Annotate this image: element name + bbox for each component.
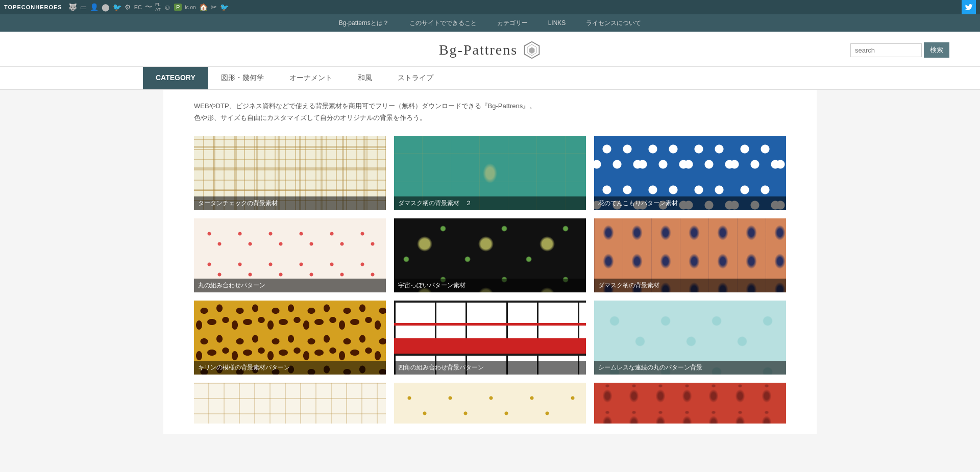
gallery-label-8: シームレスな連続の丸のパターン背景 xyxy=(594,361,786,375)
description-line1: WEBやDTP、ビジネス資料などで使える背景素材を商用可でフリー（無料）ダウンロ… xyxy=(194,100,786,112)
gallery-item-8[interactable]: シームレスな連続の丸のパターン背景 xyxy=(594,301,786,375)
gallery-label-0: タータンチェックの背景素材 xyxy=(194,196,386,210)
main-content: WEBやDTP、ビジネス資料などで使える背景素材を商用可でフリー（無料）ダウンロ… xyxy=(163,90,817,434)
nav-item-license[interactable]: ライセンスについて xyxy=(586,19,641,28)
top-toolbar: TOPECONHEROES 🐺 ▭ 👤 ⬤ 🐦 ⚙ EC 〜 FLAT ☺ P … xyxy=(0,0,980,14)
gallery-item-11[interactable] xyxy=(594,383,786,424)
gallery-label-3: 丸の組み合わせパターン xyxy=(194,279,386,292)
search-area: 検索 xyxy=(850,42,949,58)
nav-bar: Bg-patternsとは？ このサイトでできること カテゴリー LINKS ラ… xyxy=(0,14,980,32)
nav-item-about[interactable]: Bg-patternsとは？ xyxy=(339,19,389,28)
toolbar-icon-bird[interactable]: 🐦 xyxy=(113,3,121,11)
nav-item-category[interactable]: カテゴリー xyxy=(497,19,528,28)
toolbar-icon-gear[interactable]: ⚙ xyxy=(125,3,131,11)
gallery-item-3[interactable]: 丸の組み合わせパターン xyxy=(194,218,386,292)
gallery-label-4: 宇宙っぽいパターン素材 xyxy=(394,279,586,292)
toolbar-icon-smiley[interactable]: ☺ xyxy=(164,3,171,11)
toolbar-icon-person[interactable]: 👤 xyxy=(90,3,99,11)
toolbar-icon-fl[interactable]: FLAT xyxy=(155,2,161,12)
toolbar-icon-house[interactable]: 🏠 xyxy=(199,3,208,11)
gallery-label-5: ダマスク柄の背景素材 xyxy=(594,279,786,292)
toolbar-icon-icon[interactable]: ic on xyxy=(185,5,195,10)
gallery-image-9 xyxy=(194,383,386,424)
tab-stripe[interactable]: ストライプ xyxy=(385,67,446,89)
twitter-button[interactable] xyxy=(962,0,976,14)
toolbar-icon-p[interactable]: P xyxy=(174,4,182,11)
gallery-item-6[interactable]: キリンの模様の背景素材パターン xyxy=(194,301,386,375)
toolbar-icon-wave[interactable]: 〜 xyxy=(145,3,152,12)
nav-item-links[interactable]: LINKS xyxy=(548,19,566,27)
header: Bg-Pattrens 検索 xyxy=(0,32,980,67)
toolbar-icon-rect[interactable]: ▭ xyxy=(80,3,87,11)
site-description: WEBやDTP、ビジネス資料などで使える背景素材を商用可でフリー（無料）ダウンロ… xyxy=(194,100,786,124)
toolbar-icon-circle[interactable]: ⬤ xyxy=(102,3,110,11)
gallery-item-2[interactable]: 花のてんこもりパターン素材 xyxy=(594,136,786,210)
gallery-item-9[interactable] xyxy=(194,383,386,424)
svg-marker-2 xyxy=(529,47,535,54)
site-title: Bg-Pattrens xyxy=(439,42,518,58)
search-input[interactable] xyxy=(850,43,922,57)
category-tabs: CATEGORY 図形・幾何学 オーナメント 和風 ストライプ xyxy=(0,67,980,90)
description-line2: 色や形、サイズも自由にカスタマイズして自分のオリジナルの背景を作ろう。 xyxy=(194,112,786,123)
gallery-grid: タータンチェックの背景素材 ダマスク柄の背景素材 ２ 花のてんこもりパターン素材… xyxy=(194,136,786,424)
gallery-item-7[interactable]: 四角の組み合わせ背景パターン xyxy=(394,301,586,375)
gallery-label-2: 花のてんこもりパターン素材 xyxy=(594,196,786,210)
search-button[interactable]: 検索 xyxy=(924,42,949,58)
gallery-label-6: キリンの模様の背景素材パターン xyxy=(194,361,386,375)
gallery-item-1[interactable]: ダマスク柄の背景素材 ２ xyxy=(394,136,586,210)
gallery-item-10[interactable] xyxy=(394,383,586,424)
tab-japanese[interactable]: 和風 xyxy=(345,67,385,89)
toolbar-icon-wolf[interactable]: 🐺 xyxy=(68,3,77,11)
gallery-label-7: 四角の組み合わせ背景パターン xyxy=(394,361,586,375)
logo-icon xyxy=(523,41,541,59)
tab-category[interactable]: CATEGORY xyxy=(143,67,208,89)
gallery-image-11 xyxy=(594,383,786,424)
gallery-label-1: ダマスク柄の背景素材 ２ xyxy=(394,196,586,210)
toolbar-brand: TOPECONHEROES xyxy=(4,4,62,10)
nav-item-features[interactable]: このサイトでできること xyxy=(409,19,477,28)
tab-geometry[interactable]: 図形・幾何学 xyxy=(208,67,277,89)
gallery-image-10 xyxy=(394,383,586,424)
toolbar-icon-scissors[interactable]: ✂ xyxy=(211,3,217,11)
toolbar-icon-ec[interactable]: EC xyxy=(134,4,142,10)
gallery-item-0[interactable]: タータンチェックの背景素材 xyxy=(194,136,386,210)
tab-ornament[interactable]: オーナメント xyxy=(277,67,345,89)
gallery-item-5[interactable]: ダマスク柄の背景素材 xyxy=(594,218,786,292)
toolbar-left: TOPECONHEROES 🐺 ▭ 👤 ⬤ 🐦 ⚙ EC 〜 FLAT ☺ P … xyxy=(4,2,229,12)
gallery-item-4[interactable]: 宇宙っぽいパターン素材 xyxy=(394,218,586,292)
toolbar-icon-bird2[interactable]: 🐦 xyxy=(220,3,229,11)
